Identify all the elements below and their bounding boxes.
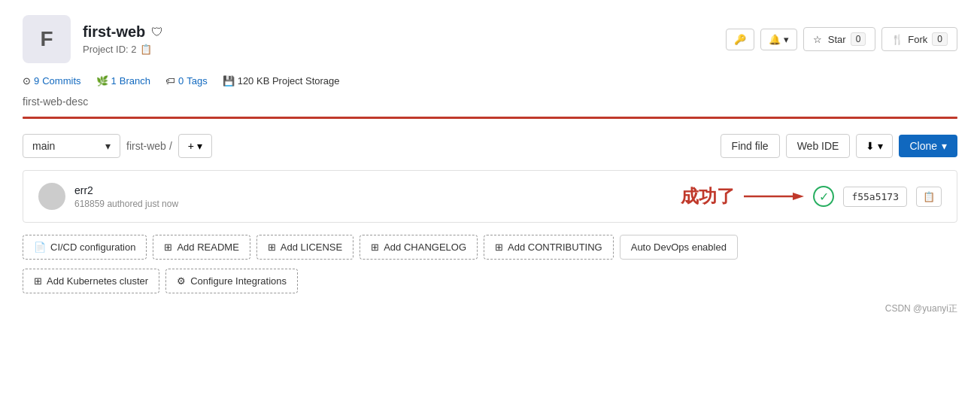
copy-icon: 📋: [923, 191, 935, 202]
commit-hash[interactable]: f55a5173: [843, 187, 907, 207]
web-ide-button[interactable]: Web IDE: [786, 134, 851, 158]
storage-stat: 💾 120 KB Project Storage: [223, 75, 340, 87]
path-nav: first-web /: [126, 140, 172, 152]
fork-button[interactable]: 🍴 Fork 0: [881, 27, 957, 51]
red-divider: [23, 117, 957, 119]
branches-count[interactable]: 1: [111, 75, 117, 87]
download-icon: ⬇: [866, 140, 875, 152]
plus-box-icon-2: ⊞: [268, 242, 276, 253]
branch-chevron-icon: ▾: [105, 140, 111, 152]
footer-credit: CSDN @yuanyi正: [885, 303, 957, 314]
tags-stat[interactable]: 🏷 0 Tags: [165, 75, 208, 87]
commit-time: authored just now: [107, 199, 178, 209]
file-icon: 📄: [34, 242, 46, 253]
annotation-text: 成功了: [681, 184, 735, 208]
autodevops-button[interactable]: Auto DevOps enabled: [620, 235, 738, 260]
fork-icon: 🍴: [891, 34, 903, 45]
check-icon: ✓: [819, 190, 829, 204]
action-buttons-row-1: 📄 CI/CD configuration ⊞ Add README ⊞ Add…: [23, 235, 957, 260]
arrow-right-icon: [744, 189, 804, 204]
storage-label: 120 KB Project Storage: [238, 75, 340, 87]
clone-label: Clone: [909, 140, 937, 152]
plus-box-icon-3: ⊞: [371, 242, 379, 253]
check-circle: ✓: [813, 186, 834, 207]
add-file-button[interactable]: + ▾: [178, 134, 212, 158]
tag-icon: 🏷: [165, 75, 175, 87]
copy-hash-button[interactable]: 📋: [916, 187, 942, 207]
star-icon: ☆: [813, 34, 822, 45]
plus-box-icon: ⊞: [164, 242, 172, 253]
plus-icon: +: [188, 140, 194, 152]
add-arrow: ▾: [197, 140, 202, 152]
path-separator: /: [169, 140, 172, 152]
add-contributing-button[interactable]: ⊞ Add CONTRIBUTING: [484, 235, 614, 260]
header-actions: 🔑 🔔 ▾ ☆ ☆ Star Star 0 🍴 Fork 0: [726, 27, 957, 51]
project-id: Project ID: 2 📋: [83, 44, 163, 55]
commit-avatar: [38, 183, 65, 210]
commits-label[interactable]: Commits: [42, 75, 80, 87]
star-button[interactable]: ☆ ☆ Star Star 0: [803, 27, 876, 51]
bell-icon: 🔔: [769, 34, 781, 45]
cicd-config-button[interactable]: 📄 CI/CD configuration: [23, 235, 147, 260]
plus-box-icon-5: ⊞: [34, 275, 42, 287]
copy-id-icon[interactable]: 📋: [140, 44, 152, 55]
commits-icon: ⊙: [23, 75, 31, 87]
add-changelog-button[interactable]: ⊞ Add CHANGELOG: [360, 235, 478, 260]
project-description: first-web-desc: [23, 96, 957, 108]
branches-stat[interactable]: 🌿 1 Branch: [96, 75, 150, 87]
project-avatar: F: [23, 15, 71, 63]
branch-name: main: [32, 140, 55, 152]
notification-button[interactable]: 🔔 ▾: [760, 29, 797, 50]
gear-icon: ⚙: [177, 275, 186, 287]
fork-count: 0: [932, 32, 948, 46]
notification-arrow: ▾: [784, 34, 789, 45]
shield-icon: 🛡: [151, 26, 163, 39]
page-footer: CSDN @yuanyi正: [23, 302, 957, 315]
settings-button[interactable]: 🔑: [726, 29, 754, 50]
commits-count[interactable]: 9: [34, 75, 39, 87]
commit-author: 618859: [74, 199, 105, 209]
storage-icon: 💾: [223, 75, 235, 87]
star-count: 0: [851, 32, 866, 46]
commit-message[interactable]: err2: [74, 184, 178, 196]
commits-stat[interactable]: ⊙ 9 Commits: [23, 75, 81, 87]
branch-icon: 🌿: [96, 75, 108, 87]
stats-row: ⊙ 9 Commits 🌿 1 Branch 🏷 0 Tags 💾 120 KB…: [23, 75, 957, 87]
svg-marker-1: [793, 193, 804, 200]
download-button[interactable]: ⬇ ▾: [856, 134, 893, 158]
key-icon: 🔑: [734, 34, 746, 45]
plus-box-icon-4: ⊞: [495, 242, 503, 253]
add-license-button[interactable]: ⊞ Add LICENSE: [256, 235, 353, 260]
configure-integrations-button[interactable]: ⚙ Configure Integrations: [165, 269, 298, 293]
repo-path: first-web: [126, 140, 166, 152]
toolbar-row: main ▾ first-web / + ▾ Find file Web IDE…: [23, 134, 957, 158]
commit-row: err2 618859 authored just now 成功了: [23, 170, 957, 223]
add-readme-button[interactable]: ⊞ Add README: [153, 235, 250, 260]
find-file-button[interactable]: Find file: [721, 134, 780, 158]
download-arrow: ▾: [878, 140, 883, 152]
commit-meta: 618859 authored just now: [74, 199, 178, 209]
project-name: first-web: [83, 23, 145, 41]
action-buttons-row-2: ⊞ Add Kubernetes cluster ⚙ Configure Int…: [23, 269, 957, 293]
clone-button[interactable]: Clone ▾: [899, 135, 957, 157]
branch-dropdown[interactable]: main ▾: [23, 134, 120, 158]
tags-count[interactable]: 0: [178, 75, 184, 87]
clone-arrow: ▾: [942, 140, 947, 152]
success-annotation: 成功了 ✓: [681, 184, 834, 208]
tags-label[interactable]: Tags: [187, 75, 207, 87]
add-k8s-button[interactable]: ⊞ Add Kubernetes cluster: [23, 269, 159, 293]
branches-label[interactable]: Branch: [120, 75, 150, 87]
